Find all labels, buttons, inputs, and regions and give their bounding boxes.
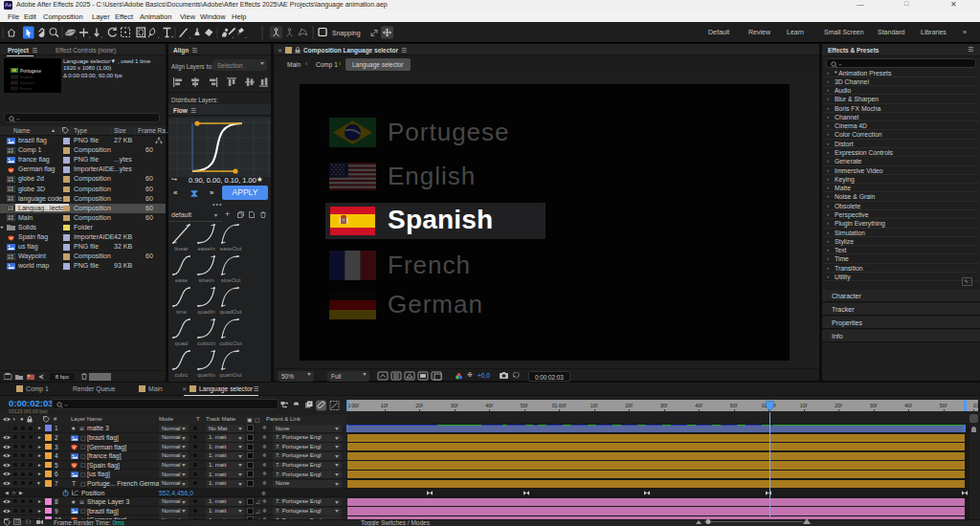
svg-text:Snapping: Snapping [332,30,361,37]
svg-text:French: French [20,86,32,91]
svg-text:English: English [20,75,33,79]
svg-text:Portugese: Portugese [20,69,42,74]
svg-text:Spanish: Spanish [20,80,33,85]
